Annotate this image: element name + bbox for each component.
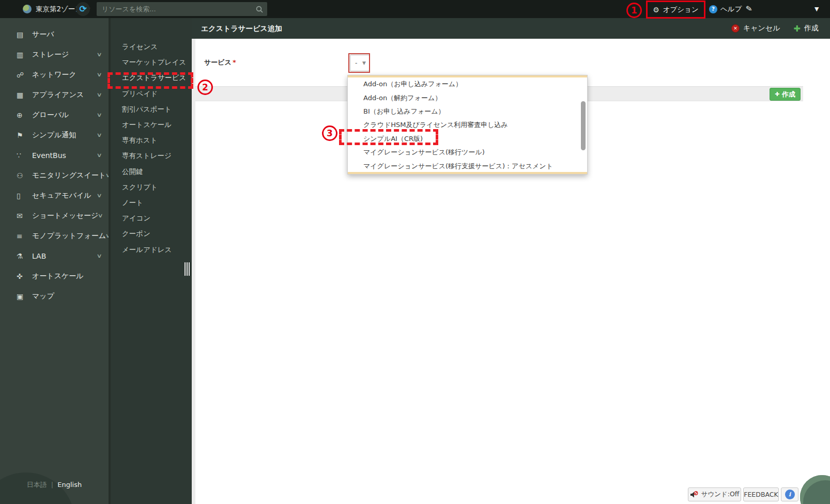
subsidebar-item-license[interactable]: ライセンス <box>111 39 192 55</box>
map-icon: ▣ <box>17 292 32 301</box>
chevron-down-icon: ∨ <box>96 132 102 138</box>
sidebar-item-eventbus[interactable]: ∵EventBus∨ <box>0 145 109 165</box>
search-icon <box>256 6 263 13</box>
sidebar-item-label: グローバル <box>32 111 97 120</box>
sidebar-item-label: シンプル通知 <box>32 131 97 140</box>
required-mark: * <box>233 58 236 66</box>
sidebar-item-server[interactable]: ▤サーバ <box>0 24 109 44</box>
chevron-down-icon: ∨ <box>96 112 102 118</box>
sidebar-item-map[interactable]: ▣マップ <box>0 286 109 306</box>
plus-icon: ✚ <box>775 91 779 98</box>
sidebar-item-label: EventBus <box>32 151 97 160</box>
subsidebar-item-prepaid[interactable]: プリペイド <box>111 86 192 102</box>
select-caret-icon: ▼ <box>362 60 366 66</box>
server-icon: ▤ <box>17 30 32 39</box>
account-dropdown-caret-icon[interactable]: ▼ <box>814 6 819 12</box>
subsidebar-item-email-address[interactable]: メールアドレス <box>111 242 192 257</box>
info-icon: i <box>785 490 795 499</box>
sidebar-item-monitoring[interactable]: ⚇モニタリングスイート∨ <box>0 165 109 185</box>
cancel-x-icon: ✕ <box>731 24 740 33</box>
lang-japanese-link[interactable]: 日本語 <box>27 481 47 489</box>
sidebar-item-label: ストレージ <box>32 50 97 59</box>
primary-sidebar: ▤サーバ▥ストレージ∨☍ネットワーク∨▦アプライアンス∨⊕グローバル∨⚑シンプル… <box>0 18 109 504</box>
lang-english-link[interactable]: English <box>57 481 82 489</box>
subsidebar-item-autoscale[interactable]: オートスケール <box>111 117 192 133</box>
sidebar-item-label: LAB <box>32 252 97 260</box>
header-actions: ✕ キャンセル ✚ 作成 <box>731 18 819 39</box>
sidebar-item-autoscale[interactable]: ✜オートスケール <box>0 266 109 286</box>
sidebar-item-lab[interactable]: ⚗LAB∨ <box>0 246 109 266</box>
service-select[interactable]: - ▼ <box>350 55 370 71</box>
service-select-value: - <box>355 59 357 67</box>
subsidebar-item-script[interactable]: スクリプト <box>111 180 192 195</box>
sidebar-item-short-message[interactable]: ✉ショートメッセージ∨ <box>0 206 109 226</box>
info-button[interactable]: i <box>781 487 798 501</box>
page-title: エクストラサービス追加 <box>201 18 282 39</box>
mobile-icon: ▯ <box>17 192 32 200</box>
sound-toggle-button[interactable]: サウンド:Off <box>688 487 741 501</box>
sidebar-item-network[interactable]: ☍ネットワーク∨ <box>0 65 109 85</box>
feedback-button[interactable]: FEEDBACK <box>743 487 779 501</box>
subsidebar-item-icon[interactable]: アイコン <box>111 211 192 226</box>
megaphone-icon: ⚑ <box>17 131 32 139</box>
dropdown-option[interactable]: Add-on（お申し込みフォーム） <box>348 77 587 91</box>
subsidebar-item-discount-passport[interactable]: 割引パスポート <box>111 102 192 117</box>
sidebar-item-label: ショートメッセージ <box>32 211 98 220</box>
cancel-button[interactable]: ✕ キャンセル <box>731 24 780 33</box>
sidebar-resize-handle[interactable] <box>185 262 191 276</box>
secondary-sidebar: ライセンスマーケットプレイスエクストラサービスプリペイド割引パスポートオートスケ… <box>111 18 192 504</box>
sidebar-item-global[interactable]: ⊕グローバル∨ <box>0 105 109 125</box>
subsidebar-item-note[interactable]: ノート <box>111 195 192 211</box>
sound-off-icon <box>690 491 698 498</box>
dropdown-option[interactable]: シンプルAI（CR版) <box>348 132 587 146</box>
sidebar-item-appliance[interactable]: ▦アプライアンス∨ <box>0 85 109 105</box>
create-button-footer[interactable]: ✚ 作成 <box>770 88 801 101</box>
create-button-header[interactable]: ✚ 作成 <box>794 24 819 34</box>
help-button[interactable]: ? ヘルプ <box>709 0 742 18</box>
sidebar-item-secure-mobile[interactable]: ▯セキュアモバイル∨ <box>0 185 109 206</box>
chevron-down-icon: ∨ <box>96 152 102 159</box>
feather-pen-icon[interactable]: ✎ <box>745 4 753 14</box>
chevron-down-icon: ∨ <box>96 71 102 78</box>
feedback-label: FEEDBACK <box>744 491 778 498</box>
dropdown-option[interactable]: Add-on（解約フォーム） <box>348 91 587 104</box>
chevron-down-icon: ∨ <box>96 91 102 98</box>
chevron-down-icon: ∨ <box>96 51 102 58</box>
subsidebar-item-dedicated-storage[interactable]: 専有ストレージ <box>111 148 192 164</box>
chevron-down-icon: ∨ <box>96 192 102 199</box>
sidebar-item-simple-notify[interactable]: ⚑シンプル通知∨ <box>0 125 109 145</box>
sidebar-item-label: オートスケール <box>32 272 101 281</box>
subsidebar-item-marketplace[interactable]: マーケットプレイス <box>111 55 192 70</box>
options-button[interactable]: ⚙ オプション <box>648 2 704 18</box>
plus-icon: ✚ <box>794 24 801 34</box>
gear-icon: ⚙ <box>653 6 659 14</box>
options-label: オプション <box>663 5 699 14</box>
content-header: エクストラサービス追加 ✕ キャンセル ✚ 作成 <box>192 18 830 39</box>
search-input[interactable] <box>97 5 256 13</box>
subsidebar-item-extra-services[interactable]: エクストラサービス <box>111 70 192 86</box>
dropdown-option[interactable]: マイグレーションサービス(移行支援サービス)：アセスメント <box>348 159 587 172</box>
primary-sidebar-list: ▤サーバ▥ストレージ∨☍ネットワーク∨▦アプライアンス∨⊕グローバル∨⚑シンプル… <box>0 24 109 306</box>
chevron-down-icon: ∨ <box>105 172 109 179</box>
sidebar-item-label: モニタリングスイート <box>32 171 106 180</box>
chat-bubble-icon: ✉ <box>17 212 32 220</box>
dropdown-option[interactable]: マイグレーションサービス(移行ツール) <box>348 146 587 159</box>
refresh-icon: ⟳ <box>79 4 86 14</box>
subsidebar-item-coupon[interactable]: クーポン <box>111 226 192 242</box>
sidebar-item-label: サーバ <box>32 30 101 39</box>
sidebar-item-label: ネットワーク <box>32 70 97 80</box>
service-dropdown-list: Add-on（お申し込みフォーム）Add-on（解約フォーム）BI（お申し込みフ… <box>348 77 587 173</box>
dropdown-scrollbar-thumb[interactable] <box>581 101 586 150</box>
help-label: ヘルプ <box>720 5 742 14</box>
subsidebar-item-public-key[interactable]: 公開鍵 <box>111 164 192 180</box>
sidebar-item-storage[interactable]: ▥ストレージ∨ <box>0 44 109 65</box>
sidebar-item-label: モノプラットフォーム <box>32 231 106 241</box>
dropdown-option[interactable]: BI（お申し込みフォーム） <box>348 105 587 118</box>
binoculars-icon: ⚇ <box>17 171 32 180</box>
search-box <box>97 2 267 16</box>
dropdown-option[interactable]: クラウドHSM及びライセンス利用審査申し込み <box>348 118 587 132</box>
refresh-button[interactable]: ⟳ <box>76 2 90 16</box>
subsidebar-item-dedicated-host[interactable]: 専有ホスト <box>111 133 192 148</box>
sidebar-item-mono-platform[interactable]: ≡モノプラットフォーム∨ <box>0 226 109 246</box>
sidebar-item-label: アプライアンス <box>32 90 97 100</box>
